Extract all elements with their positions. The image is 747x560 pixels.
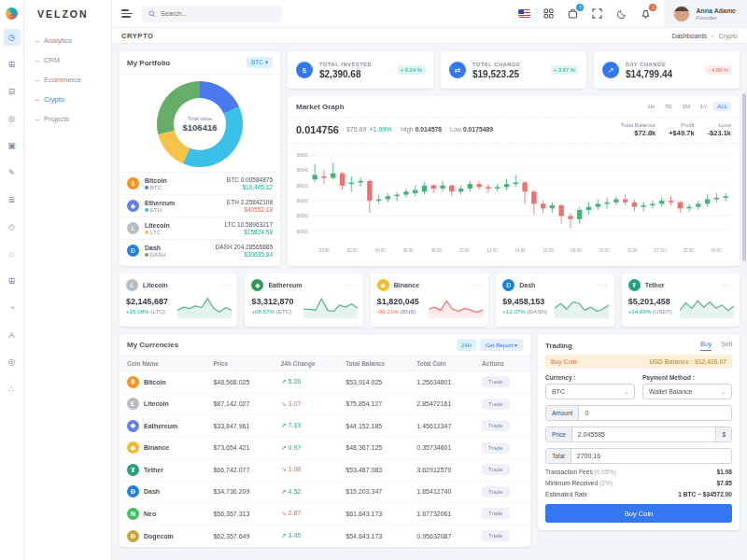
share-icon[interactable]: ∴ <box>4 381 21 398</box>
sidebar-item-ecommerce[interactable]: ‒Ecommerce <box>24 70 111 90</box>
hamburger-menu-icon[interactable] <box>121 9 133 17</box>
dark-mode-icon[interactable] <box>615 7 627 20</box>
trade-button[interactable]: Trade <box>482 464 509 475</box>
dogecoin-icon: Ð <box>127 530 139 542</box>
sidebar-item-crypto[interactable]: ‒Crypto <box>24 90 111 109</box>
trade-button[interactable]: Trade <box>482 486 509 497</box>
dashboards-icon[interactable]: ◷ <box>4 29 21 46</box>
currency-select[interactable]: BTC⌄ <box>545 384 635 399</box>
notifications-bell-icon[interactable]: 3 <box>640 7 652 20</box>
search-icon <box>148 10 156 18</box>
column-header: Coin Name <box>120 357 205 371</box>
pages-icon[interactable]: ▣ <box>4 137 21 154</box>
range-button-all[interactable]: ALL <box>713 102 731 111</box>
settings-icon[interactable]: ◎ <box>4 354 21 371</box>
landing-icon[interactable]: ⌂ <box>4 245 21 262</box>
sidebar-icon-rail: ◷⊞⊟◎▣✎≣◇⌂⊞◔A◎∴ <box>0 0 24 560</box>
litecoin-icon: Ł <box>127 398 139 410</box>
sidebar-item-label: Ecommerce <box>44 76 81 84</box>
sparkline-chart <box>429 294 483 322</box>
currencies-table: Coin NamePrice24h ChangeTotal BalanceTot… <box>120 356 530 547</box>
card-options-icon[interactable]: ··· <box>346 284 357 287</box>
charts-icon[interactable]: ◔ <box>4 300 21 316</box>
breadcrumb-dashboards[interactable]: Dashboards <box>671 33 707 39</box>
svg-text:23:00: 23:00 <box>319 246 330 253</box>
user-menu[interactable]: Anna Adame Founder <box>664 0 747 28</box>
sidebar-submenu: VELZON ‒Analytics‒CRM‒Ecommerce‒Crypto‒P… <box>24 0 112 560</box>
profit-label: Profit <box>669 121 694 128</box>
table-row-bitcoin: ฿Bitcoin $48,568.025 ↗ 5.26 $53,914.025 … <box>120 371 530 394</box>
payment-method-label: Payment Method : <box>642 374 732 381</box>
trade-button[interactable]: Trade <box>482 508 509 519</box>
dash-icon: Đ <box>127 245 139 257</box>
range-button-1h[interactable]: 1H <box>643 102 658 111</box>
market-graph-title: Market Graph <box>296 103 345 111</box>
card-options-icon[interactable]: ··· <box>220 284 231 287</box>
sidebar-menu: ‒Analytics‒CRM‒Ecommerce‒Crypto‒Projects <box>24 31 111 129</box>
litecoin-icon: Ł <box>127 222 139 234</box>
trade-button[interactable]: Trade <box>482 442 509 454</box>
amount-input[interactable] <box>579 406 731 420</box>
range-button-7d[interactable]: 7D <box>661 102 676 111</box>
loss-value: -$23.1k <box>708 129 731 137</box>
svg-text:$6560: $6560 <box>297 228 308 234</box>
high-value: 0.014578 <box>416 126 442 133</box>
price-input[interactable] <box>572 427 716 441</box>
trade-button[interactable]: Trade <box>482 530 509 541</box>
trade-button[interactable]: Trade <box>482 399 509 410</box>
market-change: +1.99% <box>369 126 391 133</box>
svg-text:18:00: 18:00 <box>571 246 582 253</box>
eathereum-icon: ◆ <box>127 420 139 432</box>
page-scrollbar[interactable] <box>742 93 746 261</box>
minimum-received-row: Minimum Received (2%) $7.85 <box>545 480 732 486</box>
buy-coin-button[interactable]: Buy Coin <box>545 504 732 523</box>
apps-grid-icon[interactable] <box>543 7 555 20</box>
portfolio-total-value: $106416 <box>183 122 218 133</box>
cart-icon[interactable]: 7 <box>567 7 579 20</box>
svg-text:22:00: 22:00 <box>627 246 638 253</box>
components-icon[interactable]: ≣ <box>4 191 21 208</box>
typography-icon[interactable]: A <box>4 327 21 343</box>
payment-method-select[interactable]: Wallet Balance⌄ <box>642 384 732 399</box>
range-24h-button[interactable]: 24H <box>457 339 476 351</box>
coin-card-tether: ₮ Tether ··· $5,201,458 +14.99% (USDT) <box>622 273 740 327</box>
sidebar-item-label: Projects <box>44 115 69 123</box>
column-header: Price <box>205 357 273 371</box>
svg-text:08:00: 08:00 <box>431 246 442 253</box>
forms-icon[interactable]: ✎ <box>4 164 21 181</box>
page-title: CRYPTO <box>121 32 153 40</box>
stat-change-badge: - 4.80 % <box>705 65 731 75</box>
get-report-button[interactable]: Get Report ▾ <box>480 339 523 351</box>
search-input[interactable] <box>161 10 263 17</box>
table-row-litecoin: ŁLitecoin $87,142.027 ↘ 3.07 $75,854.127… <box>120 393 530 415</box>
total-input[interactable] <box>571 449 731 463</box>
layouts-icon[interactable]: ⊟ <box>4 83 21 100</box>
sidebar-item-crm[interactable]: ‒CRM <box>24 50 111 70</box>
card-options-icon[interactable]: ··· <box>598 284 608 287</box>
portfolio-title: My Portfolio <box>127 59 170 67</box>
range-button-1y[interactable]: 1Y <box>697 102 711 111</box>
card-options-icon[interactable]: ··· <box>723 284 733 287</box>
tab-buy[interactable]: Buy <box>700 341 712 351</box>
portfolio-coin-row: ĐDashDASHDASH 204.28565885$30635.84 <box>120 239 280 261</box>
tab-sell[interactable]: Sell <box>721 341 732 351</box>
security-icon[interactable]: ◇ <box>4 218 21 235</box>
minimum-received-value: $7.85 <box>716 480 732 486</box>
trade-button[interactable]: Trade <box>482 376 509 387</box>
authentication-icon[interactable]: ◎ <box>4 110 21 127</box>
language-flag-icon[interactable] <box>518 9 530 19</box>
tables-icon[interactable]: ⊞ <box>4 273 21 289</box>
topbar: 7 3 Anna Adame Founder <box>112 0 747 28</box>
sidebar-item-projects[interactable]: ‒Projects <box>24 109 111 129</box>
sidebar-item-analytics[interactable]: ‒Analytics <box>24 31 111 50</box>
card-options-icon[interactable]: ··· <box>472 284 482 287</box>
price-label: Price <box>546 427 572 441</box>
fullscreen-icon[interactable] <box>591 7 603 20</box>
portfolio-coin-row: ŁLitecoinLTCLTC 10.58963217$15824.58 <box>120 217 280 239</box>
range-button-1m[interactable]: 1M <box>679 102 694 111</box>
svg-text:02:00: 02:00 <box>684 246 694 253</box>
apps-icon[interactable]: ⊞ <box>4 56 21 73</box>
trade-button[interactable]: Trade <box>482 420 509 431</box>
portfolio-currency-dropdown[interactable]: BTC ▾ <box>247 57 273 68</box>
search-box[interactable] <box>142 6 282 22</box>
